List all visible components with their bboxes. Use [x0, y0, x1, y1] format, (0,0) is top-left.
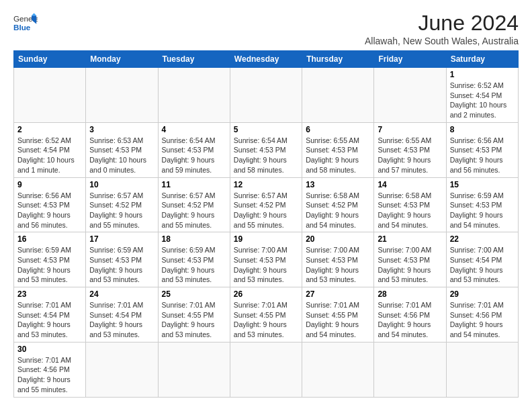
- calendar-cell: 4Sunrise: 6:54 AM Sunset: 4:53 PM Daylig…: [158, 122, 230, 177]
- day-number: 2: [17, 125, 82, 134]
- calendar-week-row: 23Sunrise: 7:01 AM Sunset: 4:54 PM Dayli…: [14, 287, 519, 342]
- day-info: Sunrise: 7:01 AM Sunset: 4:54 PM Dayligh…: [17, 300, 82, 340]
- calendar-week-row: 30Sunrise: 7:01 AM Sunset: 4:56 PM Dayli…: [14, 342, 519, 397]
- calendar-cell: 3Sunrise: 6:53 AM Sunset: 4:53 PM Daylig…: [86, 122, 158, 177]
- svg-text:Blue: Blue: [13, 23, 31, 32]
- calendar-cell: 19Sunrise: 7:00 AM Sunset: 4:53 PM Dayli…: [230, 232, 302, 287]
- day-info: Sunrise: 6:56 AM Sunset: 4:53 PM Dayligh…: [450, 136, 515, 175]
- day-info: Sunrise: 7:00 AM Sunset: 4:53 PM Dayligh…: [306, 245, 370, 285]
- day-info: Sunrise: 7:00 AM Sunset: 4:54 PM Dayligh…: [450, 245, 515, 285]
- day-info: Sunrise: 6:55 AM Sunset: 4:53 PM Dayligh…: [378, 136, 442, 175]
- day-info: Sunrise: 6:52 AM Sunset: 4:54 PM Dayligh…: [17, 136, 82, 175]
- calendar-cell: 10Sunrise: 6:57 AM Sunset: 4:52 PM Dayli…: [86, 177, 158, 232]
- day-info: Sunrise: 6:57 AM Sunset: 4:52 PM Dayligh…: [162, 191, 226, 230]
- calendar-cell: [158, 68, 230, 123]
- day-number: 26: [234, 289, 298, 299]
- day-number: 6: [306, 125, 370, 134]
- title-block: June 2024 Allawah, New South Wales, Aust…: [365, 11, 519, 46]
- day-number: 15: [450, 180, 515, 189]
- calendar-week-row: 1Sunrise: 6:52 AM Sunset: 4:54 PM Daylig…: [14, 68, 519, 123]
- day-info: Sunrise: 6:58 AM Sunset: 4:53 PM Dayligh…: [378, 191, 442, 230]
- weekday-header-thursday: Thursday: [302, 51, 374, 68]
- day-number: 12: [234, 180, 298, 189]
- day-info: Sunrise: 6:54 AM Sunset: 4:53 PM Dayligh…: [234, 136, 298, 175]
- logo: General Blue: [13, 11, 38, 35]
- day-info: Sunrise: 7:00 AM Sunset: 4:53 PM Dayligh…: [234, 245, 298, 285]
- calendar-cell: [302, 68, 374, 123]
- calendar-cell: [86, 68, 158, 123]
- weekday-header-sunday: Sunday: [14, 51, 86, 68]
- calendar-cell: 15Sunrise: 6:59 AM Sunset: 4:53 PM Dayli…: [446, 177, 518, 232]
- day-number: 18: [162, 234, 226, 244]
- calendar-cell: [86, 342, 158, 397]
- day-info: Sunrise: 6:59 AM Sunset: 4:53 PM Dayligh…: [89, 245, 154, 285]
- day-number: 21: [378, 234, 442, 244]
- day-number: 30: [17, 345, 82, 354]
- day-number: 17: [89, 234, 154, 244]
- calendar-cell: 7Sunrise: 6:55 AM Sunset: 4:53 PM Daylig…: [374, 122, 446, 177]
- calendar-cell: 17Sunrise: 6:59 AM Sunset: 4:53 PM Dayli…: [86, 232, 158, 287]
- weekday-header-saturday: Saturday: [446, 51, 518, 68]
- calendar-cell: 25Sunrise: 7:01 AM Sunset: 4:55 PM Dayli…: [158, 287, 230, 342]
- day-info: Sunrise: 6:59 AM Sunset: 4:53 PM Dayligh…: [162, 245, 226, 285]
- day-number: 19: [234, 234, 298, 244]
- calendar-week-row: 16Sunrise: 6:59 AM Sunset: 4:53 PM Dayli…: [14, 232, 519, 287]
- day-number: 10: [89, 180, 154, 189]
- day-info: Sunrise: 7:01 AM Sunset: 4:56 PM Dayligh…: [450, 300, 515, 340]
- day-info: Sunrise: 6:54 AM Sunset: 4:53 PM Dayligh…: [162, 136, 226, 175]
- calendar-cell: 16Sunrise: 6:59 AM Sunset: 4:53 PM Dayli…: [14, 232, 86, 287]
- calendar-cell: 1Sunrise: 6:52 AM Sunset: 4:54 PM Daylig…: [446, 68, 518, 123]
- day-number: 16: [17, 234, 82, 244]
- calendar-cell: [446, 342, 518, 397]
- day-info: Sunrise: 6:56 AM Sunset: 4:53 PM Dayligh…: [17, 191, 82, 230]
- day-number: 29: [450, 289, 515, 299]
- day-number: 27: [306, 289, 370, 299]
- calendar-cell: 24Sunrise: 7:01 AM Sunset: 4:54 PM Dayli…: [86, 287, 158, 342]
- calendar-cell: 23Sunrise: 7:01 AM Sunset: 4:54 PM Dayli…: [14, 287, 86, 342]
- day-info: Sunrise: 7:01 AM Sunset: 4:54 PM Dayligh…: [89, 300, 154, 340]
- day-info: Sunrise: 6:59 AM Sunset: 4:53 PM Dayligh…: [17, 245, 82, 285]
- day-info: Sunrise: 7:00 AM Sunset: 4:53 PM Dayligh…: [378, 245, 442, 285]
- calendar-cell: 6Sunrise: 6:55 AM Sunset: 4:53 PM Daylig…: [302, 122, 374, 177]
- day-info: Sunrise: 6:57 AM Sunset: 4:52 PM Dayligh…: [234, 191, 298, 230]
- day-number: 20: [306, 234, 370, 244]
- calendar-cell: 14Sunrise: 6:58 AM Sunset: 4:53 PM Dayli…: [374, 177, 446, 232]
- day-info: Sunrise: 7:01 AM Sunset: 4:56 PM Dayligh…: [17, 355, 82, 395]
- calendar-cell: 21Sunrise: 7:00 AM Sunset: 4:53 PM Dayli…: [374, 232, 446, 287]
- calendar-cell: [374, 342, 446, 397]
- logo-icon: General Blue: [13, 11, 38, 35]
- calendar-week-row: 2Sunrise: 6:52 AM Sunset: 4:54 PM Daylig…: [14, 122, 519, 177]
- day-number: 14: [378, 180, 442, 189]
- calendar-cell: [14, 68, 86, 123]
- calendar-cell: [158, 342, 230, 397]
- day-number: 7: [378, 125, 442, 134]
- day-info: Sunrise: 6:52 AM Sunset: 4:54 PM Dayligh…: [450, 81, 515, 120]
- day-info: Sunrise: 7:01 AM Sunset: 4:56 PM Dayligh…: [378, 300, 442, 340]
- calendar-cell: 8Sunrise: 6:56 AM Sunset: 4:53 PM Daylig…: [446, 122, 518, 177]
- calendar-cell: 26Sunrise: 7:01 AM Sunset: 4:55 PM Dayli…: [230, 287, 302, 342]
- calendar-cell: 13Sunrise: 6:58 AM Sunset: 4:52 PM Dayli…: [302, 177, 374, 232]
- calendar-cell: 11Sunrise: 6:57 AM Sunset: 4:52 PM Dayli…: [158, 177, 230, 232]
- calendar-cell: 9Sunrise: 6:56 AM Sunset: 4:53 PM Daylig…: [14, 177, 86, 232]
- day-info: Sunrise: 7:01 AM Sunset: 4:55 PM Dayligh…: [162, 300, 226, 340]
- calendar-cell: 22Sunrise: 7:00 AM Sunset: 4:54 PM Dayli…: [446, 232, 518, 287]
- calendar-cell: 28Sunrise: 7:01 AM Sunset: 4:56 PM Dayli…: [374, 287, 446, 342]
- day-info: Sunrise: 6:58 AM Sunset: 4:52 PM Dayligh…: [306, 191, 370, 230]
- day-number: 5: [234, 125, 298, 134]
- day-number: 1: [450, 70, 515, 79]
- day-number: 25: [162, 289, 226, 299]
- day-info: Sunrise: 6:59 AM Sunset: 4:53 PM Dayligh…: [450, 191, 515, 230]
- calendar-title: June 2024: [365, 11, 519, 36]
- calendar-subtitle: Allawah, New South Wales, Australia: [365, 36, 519, 46]
- calendar-cell: 12Sunrise: 6:57 AM Sunset: 4:52 PM Dayli…: [230, 177, 302, 232]
- weekday-header-row: SundayMondayTuesdayWednesdayThursdayFrid…: [14, 51, 519, 68]
- day-number: 9: [17, 180, 82, 189]
- day-info: Sunrise: 7:01 AM Sunset: 4:55 PM Dayligh…: [306, 300, 370, 340]
- calendar-cell: 2Sunrise: 6:52 AM Sunset: 4:54 PM Daylig…: [14, 122, 86, 177]
- day-number: 28: [378, 289, 442, 299]
- page-header: General Blue June 2024 Allawah, New Sout…: [13, 11, 519, 46]
- day-info: Sunrise: 7:01 AM Sunset: 4:55 PM Dayligh…: [234, 300, 298, 340]
- weekday-header-wednesday: Wednesday: [230, 51, 302, 68]
- weekday-header-tuesday: Tuesday: [158, 51, 230, 68]
- calendar-cell: [230, 342, 302, 397]
